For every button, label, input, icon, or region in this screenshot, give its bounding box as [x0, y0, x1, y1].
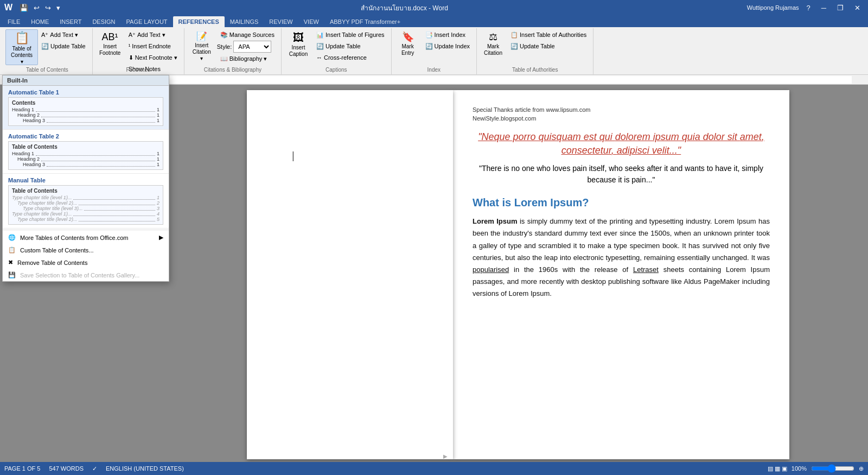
save-toc-label: Save Selection to Table of Contents Gall…: [20, 272, 139, 278]
update-table-toc-btn[interactable]: 🔄 Update Table: [38, 41, 89, 52]
save-toc-icon: 💾: [8, 271, 16, 278]
minimize-btn[interactable]: ─: [818, 3, 829, 13]
style-dropdown[interactable]: APA MLA Chicago: [233, 41, 271, 53]
tab-design[interactable]: DESIGN: [87, 16, 120, 27]
mark-citation-icon: ⚖: [489, 32, 497, 42]
group-footnotes: AB¹ InsertFootnote A⁺ Add Text ▾ ¹ Inser…: [93, 28, 184, 74]
page-count: PAGE 1 OF 5: [4, 465, 40, 472]
zoom-slider[interactable]: [811, 465, 854, 472]
tab-references[interactable]: REFERENCES: [173, 16, 225, 27]
auto1-title: Automatic Table 1: [8, 89, 163, 96]
word-icon: W: [4, 3, 12, 12]
cross-reference-btn[interactable]: ↔ Cross-reference: [313, 52, 388, 63]
dropdown-divider1: [3, 230, 169, 230]
table-of-contents-btn[interactable]: 📋 Table ofContents ▾: [5, 29, 38, 65]
tab-review[interactable]: REVIEW: [264, 16, 298, 27]
toc-manual-item[interactable]: Manual Table Table of Contents Type chap…: [3, 174, 169, 229]
remove-toc-icon: ✖: [8, 259, 13, 266]
mark-entry-icon: 🔖: [402, 32, 414, 42]
title-bar: W 💾 ↩ ↪ ▾ สำนักงานนโยบาย.docx - Word Wut…: [0, 0, 868, 15]
auto1-line1: Heading 11: [12, 107, 159, 112]
title-bar-right: Wuttipong Rujamas ? ─ ❐ ✕: [747, 3, 864, 13]
insert-index-btn[interactable]: 📑 Insert Index: [422, 29, 473, 40]
insert-caption-btn[interactable]: 🖼 InsertCaption: [285, 29, 312, 65]
popularised-underline: popularised: [473, 265, 509, 274]
more-toc-item[interactable]: 🌐 More Tables of Contents from Office.co…: [3, 231, 169, 244]
tab-page-layout[interactable]: PAGE LAYOUT: [121, 16, 173, 27]
group-index: 🔖 MarkEntry 📑 Insert Index 🔄 Update Inde…: [392, 28, 477, 74]
footnote-icon: AB¹: [102, 32, 118, 42]
close-btn[interactable]: ✕: [851, 3, 864, 13]
quick-access-toolbar: 💾 ↩ ↪ ▾: [18, 4, 62, 12]
citation-icon: 📝: [196, 32, 207, 41]
add-text-btn[interactable]: A⁺ Update Table Add Text ▾: [38, 29, 89, 40]
page-right: Special Thanks article from www.lipsum.c…: [453, 90, 789, 459]
bibliography-icon: 📖: [220, 55, 228, 62]
insert-toa-btn[interactable]: 📋 Insert Table of Authorities: [507, 29, 590, 40]
group-toa: ⚖ MarkCitation 📋 Insert Table of Authori…: [477, 28, 593, 74]
add-text-fn-icon: A⁺: [129, 31, 136, 39]
save-quick-btn[interactable]: 💾: [18, 4, 30, 12]
toc-auto2-item[interactable]: Automatic Table 2 Table of Contents Head…: [3, 130, 169, 174]
tab-mailings[interactable]: MAILINGS: [225, 16, 264, 27]
tab-view[interactable]: VIEW: [298, 16, 324, 27]
custom-toc-icon: 📋: [8, 246, 16, 254]
tab-abbyy[interactable]: ABBYY PDF Transformer+: [324, 16, 406, 27]
toc-auto1-item[interactable]: Automatic Table 1 Contents Heading 11 He…: [3, 86, 169, 130]
insert-citation-btn[interactable]: 📝 InsertCitation ▾: [188, 29, 216, 65]
help-btn[interactable]: ?: [803, 3, 814, 13]
table-figures-icon: 📊: [316, 31, 324, 39]
custom-toc-item[interactable]: 📋 Custom Table of Contents...: [3, 244, 169, 256]
auto2-line1: Heading 11: [12, 151, 159, 156]
lorem-heading: What is Lorem Ipsum?: [473, 197, 770, 209]
page-left[interactable]: | ▶: [247, 90, 453, 459]
manual-line2: Type chapter title (level 2)...2: [12, 200, 159, 206]
update-index-btn[interactable]: 🔄 Update Index: [422, 41, 473, 52]
manual-title: Manual Table: [8, 177, 163, 183]
bibliography-btn[interactable]: 📖 Bibliography ▾: [217, 53, 278, 64]
manual-line3: Type chapter title (level 3)...3: [12, 206, 159, 211]
manual-preview: Table of Contents Type chapter title (le…: [8, 185, 163, 225]
redo-quick-btn[interactable]: ↪: [43, 4, 53, 12]
undo-quick-btn[interactable]: ↩: [32, 4, 41, 12]
source-line2: NewiStyle.blogspot.com: [473, 115, 770, 122]
group-footnotes-label: Footnotes: [93, 67, 184, 73]
more-toc-arrow: ▶: [159, 234, 163, 241]
auto2-line3: Heading 31: [12, 162, 159, 167]
manual-line5: Type chapter title (level 2)...5: [12, 217, 159, 222]
auto1-line3: Heading 31: [12, 118, 159, 123]
language: ENGLISH (UNITED STATES): [106, 465, 184, 472]
style-row: Style: APA MLA Chicago: [217, 41, 278, 53]
update-index-icon: 🔄: [425, 43, 433, 50]
cross-reference-icon: ↔: [316, 54, 322, 61]
page-wrapper: | ▶ Special Thanks article from www.lips…: [174, 90, 863, 459]
add-text-fn-btn[interactable]: A⁺ Add Text ▾: [125, 29, 181, 40]
auto2-line2: Heading 21: [12, 156, 159, 162]
tab-insert[interactable]: INSERT: [54, 16, 87, 27]
caption-icon: 🖼: [293, 32, 304, 43]
custom-toc-label: Custom Table of Contents...: [20, 247, 94, 254]
toc-btn-label: Table ofContents ▾: [9, 46, 34, 65]
update-toa-btn[interactable]: 🔄 Update Table: [507, 41, 590, 52]
next-footnote-btn[interactable]: ⬇ Next Footnote ▾: [125, 52, 181, 63]
insert-toa-icon: 📋: [510, 31, 518, 39]
group-toc-label: Table of Contents: [2, 67, 92, 73]
tab-file[interactable]: FILE: [2, 16, 25, 27]
zoom-plus-icon[interactable]: ⊕: [859, 465, 864, 472]
next-footnote-icon: ⬇: [129, 54, 133, 61]
insert-table-figures-btn[interactable]: 📊 Insert Table of Figures: [313, 29, 388, 40]
tab-home[interactable]: HOME: [25, 16, 54, 27]
mark-citation-btn[interactable]: ⚖ MarkCitation: [480, 29, 506, 65]
insert-footnote-btn[interactable]: AB¹ InsertFootnote: [96, 29, 124, 65]
restore-btn[interactable]: ❐: [834, 3, 847, 13]
lorem-ipsum-bold: Lorem Ipsum: [473, 217, 518, 225]
insert-endnote-btn[interactable]: ¹ Insert Endnote: [125, 41, 181, 52]
manage-sources-icon: 📚: [220, 31, 228, 39]
manual-line4: Type chapter title (level 1)...4: [12, 211, 159, 217]
remove-toc-item[interactable]: ✖ Remove Table of Contents: [3, 256, 169, 269]
add-text-icon: A⁺: [41, 31, 48, 39]
update-table-captions-btn[interactable]: 🔄 Update Table: [313, 41, 388, 52]
mark-entry-btn[interactable]: 🔖 MarkEntry: [395, 29, 421, 65]
manage-sources-btn[interactable]: 📚 Manage Sources: [217, 29, 278, 40]
customize-quick-btn[interactable]: ▾: [55, 4, 62, 12]
